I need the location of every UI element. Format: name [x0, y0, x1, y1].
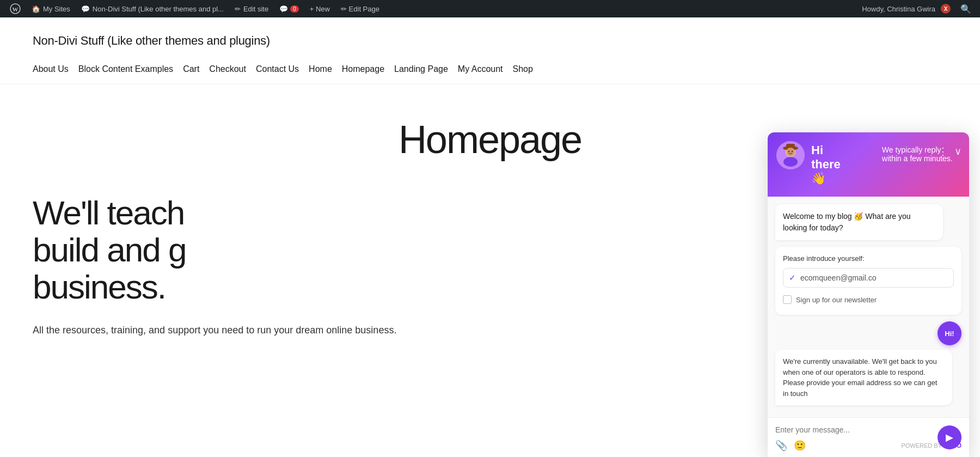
chat-footer: 📎 🙂 POWERED BY TIDIO ▶: [768, 417, 969, 457]
admin-bar-left: W 🏠 My Sites 💬 Non-Divi Stuff (Like othe…: [4, 0, 862, 17]
chat-greeting: Hi there 👋: [811, 143, 841, 186]
chat-more-button[interactable]: ⋮: [937, 144, 949, 159]
svg-point-9: [788, 151, 789, 152]
powered-by-text: POWERED BY: [901, 442, 942, 449]
chat-header-text: Hi there 👋: [811, 141, 841, 186]
svg-point-4: [783, 157, 798, 167]
chat-send-button[interactable]: ▶: [938, 425, 961, 449]
edit-site-button[interactable]: ✏ Edit site: [229, 0, 274, 17]
svg-point-8: [786, 148, 795, 156]
nav-item-landing-page[interactable]: Landing Page: [394, 64, 458, 84]
newsletter-label: Sign up for our newsletter: [796, 296, 877, 304]
chat-header: Hi there 👋 ⋮ ∨ We typically reply within…: [768, 132, 969, 197]
chat-minimize-button[interactable]: ∨: [953, 144, 963, 159]
chat-intro-label: Please introduce yourself:: [783, 254, 954, 263]
hero-line3: business.: [33, 268, 166, 306]
search-button[interactable]: 🔍: [956, 4, 976, 14]
sub-text: All the resources, training, and support…: [33, 322, 457, 338]
chat-message-input[interactable]: [775, 423, 961, 436]
nav-item-my-account[interactable]: My Account: [458, 64, 513, 84]
check-icon: ✓: [789, 273, 796, 283]
nav-item-homepage[interactable]: Homepage: [342, 64, 394, 84]
chat-widget: Hi there 👋 ⋮ ∨ We typically reply within…: [768, 132, 969, 457]
edit-site-label: Edit site: [243, 5, 268, 13]
site-name-button[interactable]: 💬 Non-Divi Stuff (Like other themes and …: [76, 0, 229, 17]
my-sites-button[interactable]: 🏠 My Sites: [26, 0, 76, 17]
svg-text:W: W: [13, 6, 19, 13]
nav-item-checkout[interactable]: Checkout: [209, 64, 256, 84]
nav-item-cart[interactable]: Cart: [183, 64, 209, 84]
hero-text: We'll teach build and g business.: [33, 194, 468, 306]
site-nav: About Us Block Content Examples Cart Che…: [33, 64, 947, 84]
site-title[interactable]: Non-Divi Stuff (Like other themes and pl…: [33, 34, 947, 48]
hero-line1: We'll teach: [33, 194, 184, 231]
chat-bubble-area: Hi! We're currently unavailable. We'll g…: [775, 321, 961, 417]
chat-hi-bubble: Hi!: [938, 321, 961, 345]
admin-bar: W 🏠 My Sites 💬 Non-Divi Stuff (Like othe…: [0, 0, 980, 17]
chat-welcome-bubble: Welcome to my blog 🥳 What are you lookin…: [775, 204, 943, 240]
email-value: ecomqueen@gmail.co: [800, 273, 877, 282]
nav-item-contact-us[interactable]: Contact Us: [256, 64, 309, 84]
chat-body: Welcome to my blog 🥳 What are you lookin…: [768, 197, 969, 417]
my-sites-icon: 🏠: [32, 5, 40, 13]
new-button[interactable]: + New: [304, 0, 335, 17]
newsletter-checkbox[interactable]: [783, 295, 792, 304]
chat-footer-left: 📎 🙂: [775, 440, 806, 452]
edit-site-icon: ✏: [235, 5, 241, 13]
nav-item-home[interactable]: Home: [309, 64, 342, 84]
nav-item-shop[interactable]: Shop: [513, 64, 543, 84]
send-icon: ▶: [946, 431, 953, 443]
user-avatar[interactable]: X: [941, 4, 951, 14]
chat-email-row[interactable]: ✓ ecomqueen@gmail.co: [783, 268, 954, 288]
site-header: Non-Divi Stuff (Like other themes and pl…: [0, 17, 980, 84]
wp-logo-button[interactable]: W: [4, 0, 26, 17]
edit-page-label: ✏ Edit Page: [341, 5, 379, 13]
edit-page-button[interactable]: ✏ Edit Page: [335, 0, 385, 17]
chat-intro-section: Please introduce yourself: ✓ ecomqueen@g…: [775, 247, 961, 315]
comments-button[interactable]: 💬 0: [274, 0, 304, 17]
nav-item-about-us[interactable]: About Us: [33, 64, 78, 84]
my-sites-label: My Sites: [43, 5, 70, 13]
chat-unavailable-bubble: We're currently unavailable. We'll get b…: [775, 350, 952, 405]
admin-bar-right: Howdy, Christina Gwira X 🔍: [862, 4, 976, 14]
attach-icon[interactable]: 📎: [775, 440, 787, 452]
hero-line2: build and g: [33, 231, 186, 269]
nav-item-block-content[interactable]: Block Content Examples: [78, 64, 183, 84]
svg-point-10: [792, 151, 793, 152]
site-name-label: Non-Divi Stuff (Like other themes and pl…: [93, 5, 224, 13]
emoji-icon[interactable]: 🙂: [794, 440, 806, 452]
comment-icon: 💬: [279, 5, 288, 13]
chat-footer-actions: 📎 🙂 POWERED BY TIDIO ▶: [775, 440, 961, 452]
howdy-text: Howdy, Christina Gwira: [862, 5, 935, 13]
site-name-icon: 💬: [81, 5, 90, 13]
new-label: + New: [310, 5, 330, 13]
chat-avatar: [776, 141, 805, 169]
newsletter-row: Sign up for our newsletter: [783, 292, 954, 307]
comment-count: 0: [290, 5, 299, 13]
